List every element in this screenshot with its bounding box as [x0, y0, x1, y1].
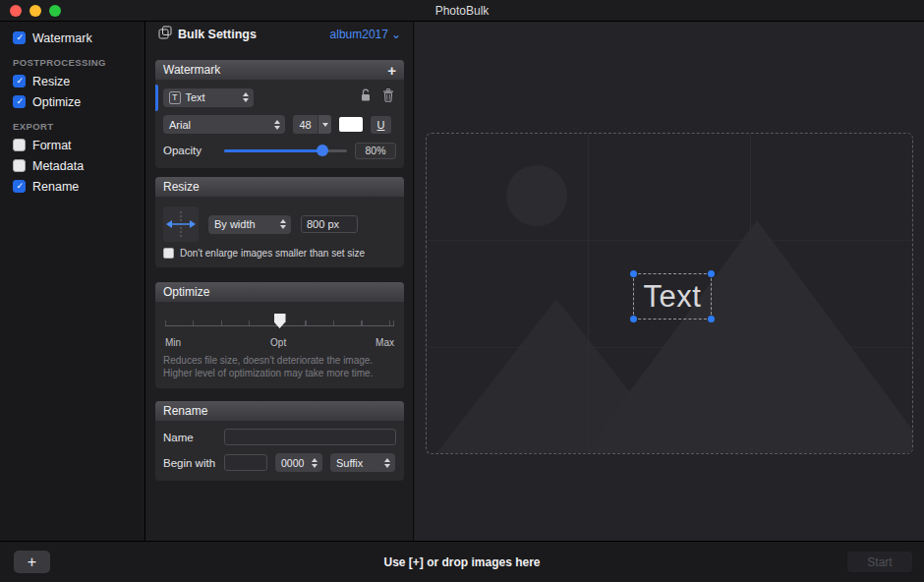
resize-width-field[interactable]: 800 px [301, 215, 358, 233]
photobulk-window: PhotoBulk Watermark POSTPROCESSING Resiz… [0, 0, 924, 582]
sidebar-item-label: Rename [32, 180, 79, 194]
lock-icon[interactable] [360, 88, 372, 106]
selection-handle-top-left[interactable] [630, 270, 637, 277]
format-checkbox[interactable] [13, 139, 26, 151]
watermark-type-select[interactable]: T Text [163, 88, 254, 107]
bottom-bar: + Use [+] or drop images here Start [0, 541, 924, 582]
optimize-slider-labels: Min Opt Max [165, 337, 394, 348]
settings-title: Bulk Settings [178, 28, 257, 41]
add-watermark-button[interactable]: + [387, 62, 396, 79]
postprocessing-section-header: POSTPROCESSING [0, 57, 144, 69]
grid-line-horizontal [427, 347, 912, 348]
metadata-checkbox[interactable] [13, 159, 26, 172]
optimize-caption-line1: Reduces file size, doesn't deteriorate t… [163, 354, 396, 367]
rename-begin-row: Begin with 0000 Suffix [163, 453, 396, 472]
watermark-section-title: Watermark + [155, 60, 404, 80]
titlebar: PhotoBulk [0, 0, 924, 22]
chevron-down-icon[interactable] [318, 115, 331, 134]
rename-checkbox[interactable] [13, 180, 26, 193]
bulk-settings-icon [158, 26, 172, 43]
resize-checkbox[interactable] [13, 75, 26, 87]
selection-handle-bottom-right[interactable] [708, 316, 715, 322]
optimize-slider[interactable] [165, 312, 394, 335]
optimize-section-label: Optimize [163, 285, 209, 299]
optimize-max-label: Max [375, 337, 394, 348]
opacity-value-field[interactable]: 80% [355, 143, 396, 159]
export-section-header: EXPORT [0, 121, 144, 133]
dont-enlarge-row[interactable]: Don't enlarge images smaller than set si… [163, 248, 396, 259]
stepper-arrows-icon [238, 92, 249, 102]
counter-value: 0000 [281, 457, 304, 469]
begin-with-input[interactable] [224, 454, 267, 471]
stepper-arrows-icon [379, 458, 390, 468]
begin-with-label: Begin with [163, 457, 224, 469]
opacity-row: Opacity 80% [163, 142, 396, 159]
drop-images-hint: Use [+] or drop images here [0, 555, 924, 569]
start-button[interactable]: Start [847, 552, 912, 572]
resize-width-icon [163, 206, 199, 242]
suffix-select[interactable]: Suffix [330, 453, 395, 472]
suffix-value: Suffix [336, 457, 363, 469]
rename-section: Rename Name Begin with 0000 Suffix [155, 401, 404, 481]
selection-handle-top-right[interactable] [708, 270, 715, 277]
optimize-section-title: Optimize [155, 282, 404, 302]
resize-section-label: Resize [163, 180, 200, 194]
watermark-section: Watermark + T Text [155, 60, 404, 168]
optimize-checkbox[interactable] [13, 95, 26, 108]
sidebar-item-resize[interactable]: Resize [0, 71, 144, 91]
font-color-swatch[interactable] [339, 117, 363, 132]
stepper-arrows-icon [307, 458, 318, 468]
sidebar-item-label: Metadata [32, 159, 84, 173]
watermark-checkbox[interactable] [13, 31, 26, 44]
font-family-value: Arial [169, 119, 191, 131]
watermark-type-row: T Text [163, 80, 396, 107]
selected-watermark-indicator [155, 85, 158, 111]
preview-canvas: Text [415, 22, 924, 542]
sidebar: Watermark POSTPROCESSING Resize Optimize… [0, 22, 145, 542]
opacity-slider-fill [224, 149, 322, 152]
sidebar-item-metadata[interactable]: Metadata [0, 155, 144, 176]
sidebar-item-label: Optimize [32, 95, 81, 109]
rename-section-label: Rename [163, 404, 207, 418]
counter-stepper[interactable]: 0000 [275, 453, 322, 472]
dont-enlarge-checkbox[interactable] [163, 248, 174, 259]
optimize-caption: Reduces file size, doesn't deteriorate t… [163, 354, 396, 379]
optimize-min-label: Min [165, 337, 181, 348]
dont-enlarge-label: Don't enlarge images smaller than set si… [180, 248, 365, 259]
sidebar-item-watermark[interactable]: Watermark [0, 28, 144, 48]
opacity-label: Opacity [163, 145, 224, 156]
font-family-select[interactable]: Arial [163, 115, 285, 134]
stepper-arrows-icon [275, 219, 286, 229]
bulk-settings-panel: Bulk Settings album2017 ⌄ Watermark + T … [146, 22, 414, 542]
watermark-text[interactable]: Text [644, 279, 702, 315]
image-preview-area[interactable]: Text [426, 133, 913, 454]
name-input[interactable] [224, 429, 396, 445]
optimize-section: Optimize Min Opt Max Reduces file size, … [155, 282, 404, 388]
sidebar-item-optimize[interactable]: Optimize [0, 91, 144, 112]
selection-handle-bottom-left[interactable] [630, 316, 637, 322]
resize-section: Resize By width 800 px Don't enlarge ima… [155, 177, 404, 267]
font-size-combo[interactable]: 48 [293, 115, 331, 134]
preset-name: album2017 [330, 28, 388, 41]
grid-line-vertical [750, 134, 751, 453]
watermark-font-row: Arial 48 U [163, 115, 396, 134]
chevron-down-icon: ⌄ [391, 29, 401, 39]
rename-name-row: Name [163, 429, 396, 445]
font-size-value[interactable]: 48 [293, 115, 318, 134]
sidebar-item-label: Format [32, 139, 72, 152]
underline-button[interactable]: U [371, 116, 391, 134]
resize-section-title: Resize [155, 177, 404, 197]
sidebar-item-format[interactable]: Format [0, 135, 144, 155]
window-title: PhotoBulk [0, 4, 924, 18]
sidebar-item-rename[interactable]: Rename [0, 176, 144, 197]
opacity-slider-thumb[interactable] [317, 145, 328, 156]
sidebar-item-label: Resize [32, 75, 70, 88]
grid-line-vertical [588, 134, 589, 453]
trash-icon[interactable] [382, 88, 394, 106]
watermark-selection-box[interactable]: Text [633, 273, 712, 320]
grid-line-horizontal [427, 240, 912, 241]
opacity-slider[interactable] [224, 142, 347, 159]
resize-mode-select[interactable]: By width [208, 215, 291, 234]
preset-selector[interactable]: album2017 ⌄ [330, 28, 401, 41]
watermark-section-label: Watermark [163, 63, 220, 77]
